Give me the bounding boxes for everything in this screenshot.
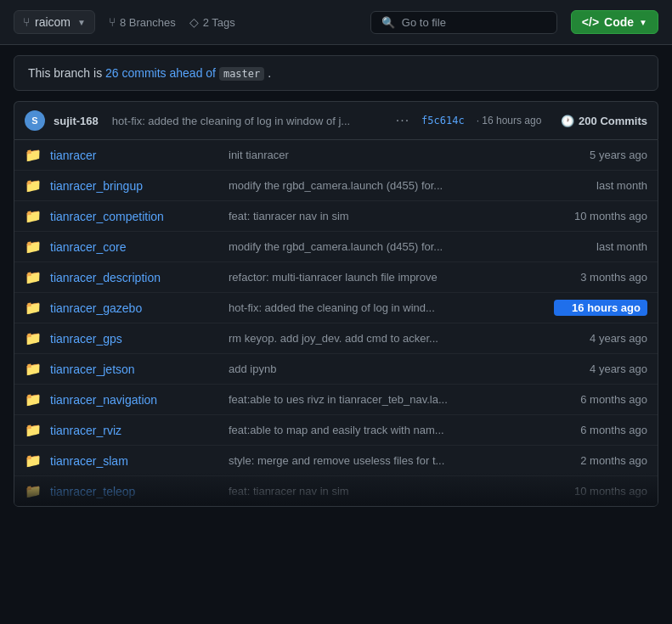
file-commit-message: modify the rgbd_camera.launch (d455) for… bbox=[229, 240, 545, 253]
code-chevron-icon: ▼ bbox=[639, 18, 647, 27]
file-commit-message: feat:able to ues rivz in tianracer_teb_n… bbox=[229, 393, 545, 406]
file-commit-message: feat: tianracer nav in sim bbox=[229, 210, 545, 222]
file-name[interactable]: tianracer_description bbox=[50, 271, 220, 284]
repo-name: raicom bbox=[35, 15, 71, 29]
code-button-label: Code bbox=[604, 15, 634, 29]
file-commit-message: refactor: multi-tianracer launch file im… bbox=[229, 271, 545, 284]
file-commit-message: rm keyop. add joy_dev. add cmd to acker.… bbox=[229, 332, 545, 345]
commits-count-label: 200 Commits bbox=[579, 115, 647, 127]
meta-info: ⑂ 8 Branches ◇ 2 Tags bbox=[109, 15, 357, 29]
file-time: 16 hours ago bbox=[554, 300, 647, 316]
search-icon: 🔍 bbox=[381, 16, 395, 29]
file-name[interactable]: tianracer_jetson bbox=[50, 363, 220, 376]
commit-time: · 16 hours ago bbox=[477, 115, 542, 126]
file-commit-message: feat:able to map and easily track with n… bbox=[229, 424, 545, 436]
file-time: 10 months ago bbox=[554, 485, 647, 498]
branches-label: 8 Branches bbox=[120, 16, 176, 29]
file-name[interactable]: tianracer_bringup bbox=[50, 179, 220, 193]
chevron-down-icon: ▼ bbox=[77, 18, 86, 27]
file-name[interactable]: tianracer_gps bbox=[50, 332, 220, 346]
table-row[interactable]: 📁 tianracer_bringup modify the rgbd_came… bbox=[14, 171, 658, 201]
clock-icon: 🕐 bbox=[561, 115, 574, 127]
table-row[interactable]: 📁 tianracer_gazebo hot-fix: added the cl… bbox=[14, 293, 658, 323]
file-time: 6 months ago bbox=[554, 424, 647, 436]
commit-message: hot-fix: added the cleaning of log in wi… bbox=[112, 115, 384, 127]
table-row[interactable]: 📁 tianracer init tianracer 5 years ago bbox=[14, 140, 658, 171]
commit-bar: S sujit-168 hot-fix: added the cleaning … bbox=[14, 101, 658, 139]
folder-icon: 📁 bbox=[25, 177, 42, 194]
table-row[interactable]: 📁 tianracer_competition feat: tianracer … bbox=[14, 201, 658, 232]
avatar: S bbox=[25, 110, 45, 131]
search-box[interactable]: 🔍 Go to file bbox=[370, 11, 557, 34]
code-icon: </> bbox=[582, 15, 599, 29]
file-name[interactable]: tianracer_competition bbox=[50, 210, 220, 223]
folder-icon: 📁 bbox=[25, 330, 42, 346]
folder-icon: 📁 bbox=[25, 361, 42, 377]
file-commit-message: style: merge and remove useless files fo… bbox=[229, 454, 545, 467]
branch-notice-code: master bbox=[219, 67, 264, 81]
branch-icon: ⑂ bbox=[109, 15, 116, 29]
table-row[interactable]: 📁 tianracer_navigation feat:able to ues … bbox=[14, 385, 658, 415]
tags-label: 2 Tags bbox=[203, 16, 235, 29]
tag-icon: ◇ bbox=[189, 15, 199, 29]
branch-notice: This branch is 26 commits ahead of maste… bbox=[14, 55, 658, 91]
file-time: 3 months ago bbox=[554, 271, 647, 284]
code-button[interactable]: </> Code ▼ bbox=[571, 10, 658, 34]
file-time: last month bbox=[554, 240, 647, 253]
file-name[interactable]: tianracer_teleop bbox=[50, 485, 220, 498]
file-commit-message: hot-fix: added the cleaning of log in wi… bbox=[229, 301, 545, 314]
file-name[interactable]: tianracer bbox=[50, 149, 220, 162]
commit-author[interactable]: sujit-168 bbox=[54, 115, 99, 127]
folder-icon: 📁 bbox=[25, 391, 42, 408]
commit-hash[interactable]: f5c614c bbox=[421, 115, 465, 126]
folder-icon: 📁 bbox=[25, 147, 42, 163]
file-name[interactable]: tianracer_core bbox=[50, 240, 220, 254]
folder-icon: 📁 bbox=[25, 483, 42, 499]
folder-icon: 📁 bbox=[25, 239, 42, 255]
file-table: 📁 tianracer init tianracer 5 years ago 📁… bbox=[14, 139, 658, 507]
folder-icon: 📁 bbox=[25, 300, 42, 316]
branch-notice-after: . bbox=[268, 66, 271, 80]
file-name[interactable]: tianracer_gazebo bbox=[50, 301, 220, 315]
commit-dots: ··· bbox=[396, 113, 409, 128]
file-time: 2 months ago bbox=[554, 454, 647, 467]
file-commit-message: init tianracer bbox=[229, 149, 545, 161]
table-row[interactable]: 📁 tianracer_teleop feat: tianracer nav i… bbox=[14, 476, 658, 506]
file-commit-message: add ipynb bbox=[229, 363, 545, 375]
file-time: 4 years ago bbox=[554, 332, 647, 345]
folder-icon: 📁 bbox=[25, 453, 42, 469]
file-time: 6 months ago bbox=[554, 393, 647, 406]
commits-count[interactable]: 🕐 200 Commits bbox=[561, 115, 647, 127]
repo-selector[interactable]: ⑂ raicom ▼ bbox=[14, 10, 95, 34]
table-row[interactable]: 📁 tianracer_gps rm keyop. add joy_dev. a… bbox=[14, 323, 658, 354]
table-row[interactable]: 📁 tianracer_slam style: merge and remove… bbox=[14, 446, 658, 476]
file-name[interactable]: tianracer_rviz bbox=[50, 424, 220, 437]
file-time: 10 months ago bbox=[554, 210, 647, 222]
top-bar: ⑂ raicom ▼ ⑂ 8 Branches ◇ 2 Tags 🔍 Go to… bbox=[0, 0, 672, 45]
folder-icon: 📁 bbox=[25, 422, 42, 438]
search-placeholder: Go to file bbox=[402, 16, 446, 29]
table-row[interactable]: 📁 tianracer_description refactor: multi-… bbox=[14, 262, 658, 293]
file-commit-message: modify the rgbd_camera.launch (d455) for… bbox=[229, 179, 545, 192]
file-time: last month bbox=[554, 179, 647, 192]
table-row[interactable]: 📁 tianracer_rviz feat:able to map and ea… bbox=[14, 415, 658, 446]
file-name[interactable]: tianracer_slam bbox=[50, 454, 220, 468]
table-row[interactable]: 📁 tianracer_jetson add ipynb 4 years ago bbox=[14, 354, 658, 385]
tags-meta[interactable]: ◇ 2 Tags bbox=[189, 15, 235, 29]
file-time: 4 years ago bbox=[554, 363, 647, 375]
folder-icon: 📁 bbox=[25, 208, 42, 224]
file-time: 5 years ago bbox=[554, 149, 647, 161]
branch-notice-link[interactable]: 26 commits ahead of bbox=[105, 66, 216, 80]
branches-meta[interactable]: ⑂ 8 Branches bbox=[109, 15, 176, 29]
folder-icon: 📁 bbox=[25, 269, 42, 285]
branch-notice-before: This branch is bbox=[28, 66, 102, 80]
file-name[interactable]: tianracer_navigation bbox=[50, 393, 220, 407]
table-row[interactable]: 📁 tianracer_core modify the rgbd_camera.… bbox=[14, 232, 658, 262]
file-commit-message: feat: tianracer nav in sim bbox=[229, 485, 545, 498]
fork-icon: ⑂ bbox=[23, 15, 30, 29]
